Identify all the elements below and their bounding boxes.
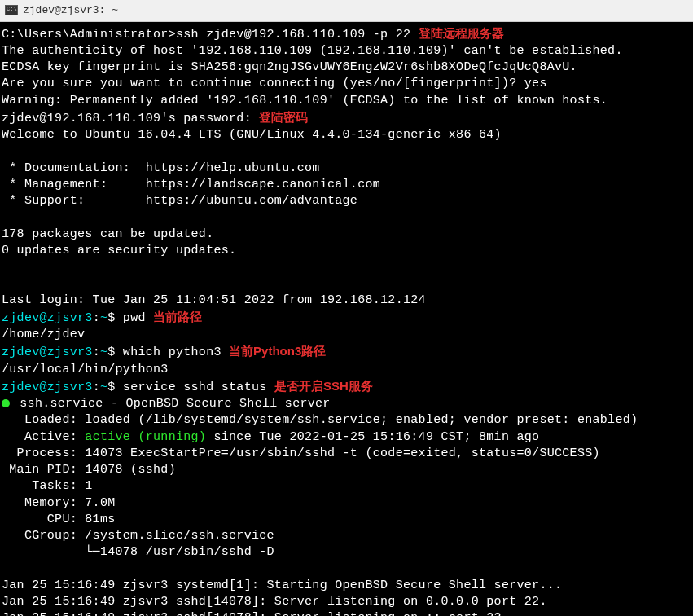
terminal-line: [2, 561, 691, 578]
window-title: zjdev@zjsvr3: ~: [23, 3, 118, 18]
terminal-text: Process: 14073 ExecStartPre=/usr/sbin/ss…: [2, 447, 600, 460]
terminal-text: 0 updates are security updates.: [2, 244, 236, 257]
terminal-text: Welcome to Ubuntu 16.04.4 LTS (GNU/Linux…: [2, 128, 502, 142]
terminal-text: ssh.service - OpenBSD Secure Shell serve…: [12, 397, 331, 411]
terminal-text: 178 packages can be updated.: [2, 227, 213, 241]
terminal-line: [2, 275, 691, 292]
terminal-text: $ which python3: [107, 345, 229, 359]
annotation-text: 当前Python3路径: [229, 344, 326, 358]
terminal-text: zjdev@zjsvr3: [2, 381, 93, 394]
terminal-line: CPU: 81ms: [2, 512, 691, 528]
terminal-text: $ pwd: [107, 311, 153, 325]
terminal-line: [2, 209, 691, 226]
status-dot-icon: [2, 399, 10, 407]
terminal-text: active (running): [85, 430, 206, 444]
terminal-line: Warning: Permanently added '192.168.110.…: [2, 93, 691, 109]
terminal-line: Welcome to Ubuntu 16.04.4 LTS (GNU/Linux…: [2, 127, 691, 143]
terminal-line: Process: 14073 ExecStartPre=/usr/sbin/ss…: [2, 446, 691, 462]
terminal-line: zjdev@zjsvr3:~$ pwd 当前路径: [2, 309, 691, 327]
annotation-text: 当前路径: [153, 310, 202, 323]
terminal-text: zjdev@zjsvr3: [2, 345, 93, 359]
terminal-text: ~: [100, 311, 107, 325]
terminal-text: Are you sure you want to continue connec…: [2, 77, 547, 90]
terminal-text: ECDSA key fingerprint is SHA256:gqn2ngJS…: [2, 60, 577, 74]
terminal-line: /home/zjdev: [2, 327, 691, 343]
terminal-text: Loaded: loaded (/lib/systemd/system/ssh.…: [2, 413, 638, 427]
terminal-line: 178 packages can be updated.: [2, 227, 691, 243]
terminal-line: zjdev@192.168.110.109's password: 登陆密码: [2, 109, 691, 127]
window-titlebar: zjdev@zjsvr3: ~: [0, 0, 693, 22]
terminal-text: Jan 25 15:16:49 zjsvr3 sshd[14078]: Serv…: [2, 595, 547, 609]
terminal-text: * Support: https://ubuntu.com/advantage: [2, 194, 357, 208]
terminal-line: 0 updates are security updates.: [2, 243, 691, 259]
terminal-text: Memory: 7.0M: [2, 496, 116, 510]
terminal-line: └─14078 /usr/sbin/sshd -D: [2, 544, 691, 561]
terminal-line: ssh.service - OpenBSD Secure Shell serve…: [2, 396, 691, 412]
terminal-line: /usr/local/bin/python3: [2, 362, 691, 378]
terminal-line: Memory: 7.0M: [2, 495, 691, 512]
terminal-text: zjdev@zjsvr3: [2, 311, 93, 325]
terminal-line: zjdev@zjsvr3:~$ service sshd status 是否开启…: [2, 378, 691, 396]
terminal-text: CPU: 81ms: [2, 513, 116, 526]
terminal-output[interactable]: C:\Users\Administrator>ssh zjdev@192.168…: [0, 22, 693, 616]
terminal-text: :: [93, 381, 100, 394]
terminal-text: Tasks: 1: [2, 479, 93, 493]
annotation-text: 是否开启SSH服务: [274, 379, 373, 393]
terminal-text: /home/zjdev: [2, 328, 85, 341]
terminal-text: * Management: https://landscape.canonica…: [2, 178, 380, 191]
terminal-text: * Documentation: https://help.ubuntu.com: [2, 161, 320, 175]
terminal-text: /usr/local/bin/python3: [2, 363, 169, 376]
terminal-line: Last login: Tue Jan 25 11:04:51 2022 fro…: [2, 293, 691, 309]
terminal-line: Jan 25 15:16:49 zjsvr3 sshd[14078]: Serv…: [2, 610, 691, 616]
terminal-line: Jan 25 15:16:49 zjsvr3 sshd[14078]: Serv…: [2, 594, 691, 610]
annotation-text: 登陆密码: [259, 110, 308, 124]
terminal-line: [2, 259, 691, 275]
terminal-text: └─14078 /usr/sbin/sshd -D: [2, 545, 274, 559]
terminal-text: ~: [100, 381, 107, 394]
terminal-line: Are you sure you want to continue connec…: [2, 76, 691, 92]
terminal-line: zjdev@zjsvr3:~$ which python3 当前Python3路…: [2, 343, 691, 361]
terminal-line: CGroup: /system.slice/ssh.service: [2, 528, 691, 544]
terminal-line: * Documentation: https://help.ubuntu.com: [2, 161, 691, 177]
terminal-text: zjdev@192.168.110.109's password:: [2, 112, 259, 125]
terminal-text: Last login: Tue Jan 25 11:04:51 2022 fro…: [2, 293, 426, 307]
annotation-text: 登陆远程服务器: [419, 26, 504, 40]
terminal-line: [2, 143, 691, 160]
terminal-text: since Tue 2022-01-25 15:16:49 CST; 8min …: [206, 430, 539, 444]
terminal-text: Warning: Permanently added '192.168.110.…: [2, 94, 607, 108]
terminal-line: Active: active (running) since Tue 2022-…: [2, 429, 691, 446]
terminal-text: :: [93, 311, 100, 325]
terminal-line: * Support: https://ubuntu.com/advantage: [2, 193, 691, 209]
terminal-line: The authenticity of host '192.168.110.10…: [2, 43, 691, 59]
terminal-text: :: [93, 345, 100, 359]
terminal-text: Main PID: 14078 (sshd): [2, 463, 176, 477]
terminal-text: The authenticity of host '192.168.110.10…: [2, 44, 623, 58]
terminal-line: Tasks: 1: [2, 478, 691, 495]
terminal-text: $ service sshd status: [107, 381, 274, 394]
terminal-line: * Management: https://landscape.canonica…: [2, 177, 691, 193]
terminal-line: C:\Users\Administrator>ssh zjdev@192.168…: [2, 25, 691, 43]
terminal-line: ECDSA key fingerprint is SHA256:gqn2ngJS…: [2, 59, 691, 76]
terminal-text: C:\Users\Administrator>ssh zjdev@192.168…: [2, 28, 419, 42]
terminal-text: Jan 25 15:16:49 zjsvr3 sshd[14078]: Serv…: [2, 611, 509, 616]
terminal-text: ~: [100, 345, 107, 359]
terminal-text: Active:: [2, 430, 85, 444]
terminal-icon: [5, 5, 18, 15]
terminal-line: Jan 25 15:16:49 zjsvr3 systemd[1]: Start…: [2, 578, 691, 594]
terminal-line: Loaded: loaded (/lib/systemd/system/ssh.…: [2, 412, 691, 429]
terminal-line: Main PID: 14078 (sshd): [2, 462, 691, 478]
terminal-text: Jan 25 15:16:49 zjsvr3 systemd[1]: Start…: [2, 579, 562, 592]
terminal-text: CGroup: /system.slice/ssh.service: [2, 529, 274, 543]
